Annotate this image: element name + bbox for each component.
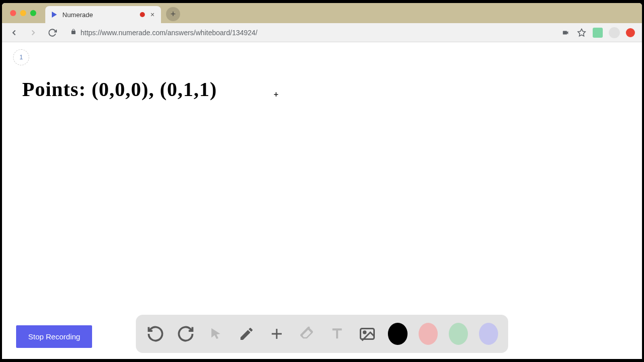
address-bar[interactable]: https://www.numerade.com/answers/whitebo… [64, 26, 555, 40]
pointer-tool-button[interactable] [206, 323, 225, 345]
tab-favicon-icon [50, 11, 58, 19]
crosshair-cursor-icon: + [274, 90, 278, 99]
plus-tool-button[interactable] [267, 323, 286, 345]
browser-toolbar: https://www.numerade.com/answers/whitebo… [2, 23, 642, 42]
page-number: 1 [20, 54, 23, 61]
color-black-button[interactable] [388, 323, 407, 345]
extension-green-icon[interactable] [593, 28, 603, 38]
extension-red-icon[interactable] [626, 28, 635, 37]
forward-button[interactable] [26, 26, 40, 40]
pen-tool-button[interactable] [236, 323, 256, 345]
new-tab-button[interactable]: + [166, 7, 180, 21]
stop-recording-button[interactable]: Stop Recording [16, 325, 92, 348]
lock-icon [70, 29, 76, 36]
redo-button[interactable] [176, 323, 195, 345]
toolbar-extensions [560, 27, 637, 38]
svg-point-3 [364, 331, 366, 334]
svg-marker-1 [578, 29, 586, 36]
color-purple-button[interactable] [479, 323, 498, 345]
close-window-button[interactable] [10, 10, 16, 16]
profile-avatar[interactable] [609, 27, 620, 38]
star-icon[interactable] [577, 28, 587, 38]
whiteboard-toolbar [136, 315, 508, 353]
minimize-window-button[interactable] [20, 10, 26, 16]
close-tab-button[interactable]: × [149, 11, 156, 18]
url-text: https://www.numerade.com/answers/whitebo… [80, 29, 258, 37]
svg-marker-0 [52, 12, 57, 18]
maximize-window-button[interactable] [30, 10, 36, 16]
recording-indicator-icon [140, 12, 145, 17]
color-pink-button[interactable] [419, 323, 438, 345]
browser-tab[interactable]: Numerade × [45, 6, 161, 23]
browser-window: Numerade × + https://www.numerade.com/an… [2, 3, 642, 359]
page-content: 1 Points: (0,0,0), (0,1,1) + Stop Record… [2, 42, 642, 359]
back-button[interactable] [7, 26, 21, 40]
page-number-badge[interactable]: 1 [13, 49, 29, 65]
handwriting-text: Points: (0,0,0), (0,1,1) [22, 77, 217, 101]
color-green-button[interactable] [449, 323, 468, 345]
tab-title: Numerade [62, 11, 136, 19]
image-tool-button[interactable] [358, 323, 377, 345]
undo-button[interactable] [146, 323, 165, 345]
reload-button[interactable] [45, 26, 59, 40]
text-tool-button[interactable] [328, 323, 347, 345]
eraser-tool-button[interactable] [297, 323, 316, 345]
tab-strip: Numerade × + [2, 3, 642, 23]
window-controls [6, 3, 40, 23]
camera-icon[interactable] [560, 28, 571, 38]
